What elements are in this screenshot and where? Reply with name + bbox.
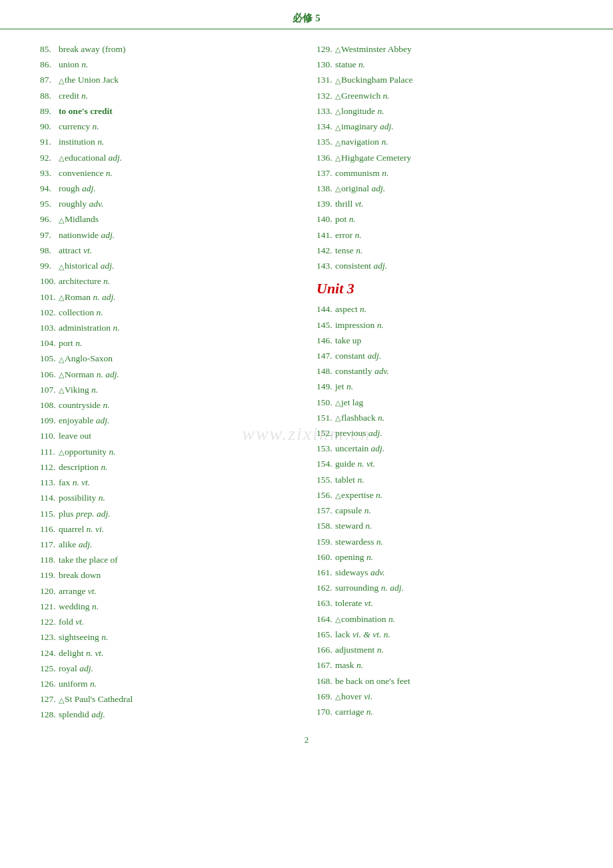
entry-pos: vt. [362, 598, 373, 608]
entry-word: lack [335, 629, 350, 639]
entry-number: 100. [40, 273, 59, 289]
list-item: 86.union n. [40, 57, 297, 72]
content-area: 85.break away (from)86.union n.87.△the U… [0, 41, 613, 723]
entry-pos: vt. [352, 199, 364, 209]
list-item: 107.△Viking n. [40, 382, 297, 397]
entry-pos: adj. [98, 261, 114, 271]
entry-pos: n. [96, 493, 105, 503]
entry-word: pot [335, 214, 346, 224]
entry-number: 116. [40, 521, 59, 537]
entry-number: 106. [40, 367, 59, 382]
triangle-icon: △ [335, 491, 340, 499]
entry-pos: n. [355, 475, 364, 485]
entry-pos: adj. [365, 351, 381, 361]
page-title: 必修 5 [293, 13, 320, 23]
entry-pos: prep. adj. [74, 509, 111, 519]
list-item: 138.△original adj. [316, 181, 573, 196]
list-item: 145.impression n. [316, 317, 573, 333]
entry-number: 146. [316, 333, 335, 348]
entry-pos: n. [103, 168, 113, 178]
entry-number: 133. [316, 103, 335, 119]
entry-number: 104. [40, 335, 59, 351]
entry-pos: n. [358, 304, 367, 314]
entry-number: 92. [40, 150, 59, 165]
list-item: 96.△Midlands [40, 211, 297, 227]
entry-number: 157. [316, 503, 335, 518]
entry-pos: n. adj. [94, 369, 119, 379]
entry-word: plus [59, 509, 74, 519]
entry-word: architecture [59, 276, 101, 286]
entry-word: surrounding [335, 583, 378, 593]
entry-pos: adj. [80, 183, 96, 193]
entry-word: convenience [59, 168, 103, 178]
entry-number: 113. [40, 475, 59, 490]
entry-number: 169. [316, 689, 335, 704]
entry-pos: n. [363, 521, 372, 531]
list-item: 114.possibility n. [40, 490, 297, 505]
entry-number: 115. [40, 506, 59, 521]
list-item: 111.△opportunity n. [40, 444, 297, 459]
entry-word: currency [59, 121, 90, 131]
entry-number: 134. [316, 119, 335, 134]
list-item: 155.tablet n. [316, 472, 573, 487]
entry-word: wedding [59, 601, 90, 611]
entry-word: hover [341, 691, 362, 701]
entry-pos: n. vi. [84, 524, 104, 534]
triangle-icon: △ [335, 154, 340, 162]
entry-word: tolerate [335, 598, 362, 608]
entry-pos: n. adj. [378, 583, 404, 593]
entry-word: uncertain [335, 443, 368, 453]
entry-number: 97. [40, 227, 59, 243]
list-item: 98.attract vt. [40, 243, 297, 258]
list-item: 167.mask n. [316, 657, 573, 673]
entry-number: 156. [316, 487, 335, 503]
entry-pos: vi. & vt. n. [350, 629, 390, 639]
list-item: 141.error n. [316, 227, 573, 243]
entry-word: Roman [65, 292, 91, 302]
entry-word: Viking [65, 385, 89, 395]
entry-number: 145. [316, 317, 335, 333]
entry-pos: n. [375, 106, 384, 116]
entry-word: Westminster Abbey [341, 44, 412, 54]
entry-word: constant [335, 351, 365, 361]
list-item: 153.uncertain adj. [316, 441, 573, 456]
triangle-icon: △ [335, 615, 340, 623]
entry-word: Anglo-Saxon [65, 353, 113, 363]
entry-word: description [59, 462, 99, 472]
entry-word: fax [59, 477, 70, 487]
triangle-icon: △ [59, 216, 64, 224]
triangle-icon: △ [59, 355, 64, 363]
entry-pos: adj. [366, 428, 382, 438]
entry-number: 149. [316, 379, 335, 394]
entry-pos: n. vt. [355, 459, 375, 469]
entry-word: union [59, 59, 79, 69]
entry-number: 90. [40, 119, 59, 134]
list-item: 139.thrill vt. [316, 196, 573, 211]
entry-pos: adj. [77, 663, 93, 673]
entry-word: communism [335, 168, 380, 178]
list-item: 133.△longitude n. [316, 103, 573, 119]
entry-word: attract [59, 245, 81, 255]
entry-number: 163. [316, 595, 335, 611]
entry-pos: n. [101, 400, 110, 410]
entry-pos: n. [374, 490, 383, 500]
entry-word: alike [59, 539, 76, 549]
triangle-icon: △ [335, 123, 340, 131]
entry-pos: adj. [368, 443, 384, 453]
list-item: 127.△St Paul's Cathedral [40, 691, 297, 707]
list-item: 125.royal adj. [40, 661, 297, 676]
entry-number: 167. [316, 657, 335, 673]
entry-pos: n. [364, 552, 374, 562]
triangle-icon: △ [59, 154, 64, 162]
entry-word: guide [335, 459, 355, 469]
entry-number: 125. [40, 661, 59, 676]
entry-pos: adv. [372, 366, 389, 376]
entry-pos: n. vt. [70, 477, 90, 487]
entry-word: Greenwich [341, 91, 380, 101]
entry-number: 152. [316, 425, 335, 441]
list-item: 129.△Westminster Abbey [316, 41, 573, 57]
list-item: 87.△the Union Jack [40, 72, 297, 87]
list-item: 121.wedding n. [40, 599, 297, 614]
list-item: 168.be back on one's feet [316, 673, 573, 689]
entry-word: splendid [59, 709, 89, 719]
